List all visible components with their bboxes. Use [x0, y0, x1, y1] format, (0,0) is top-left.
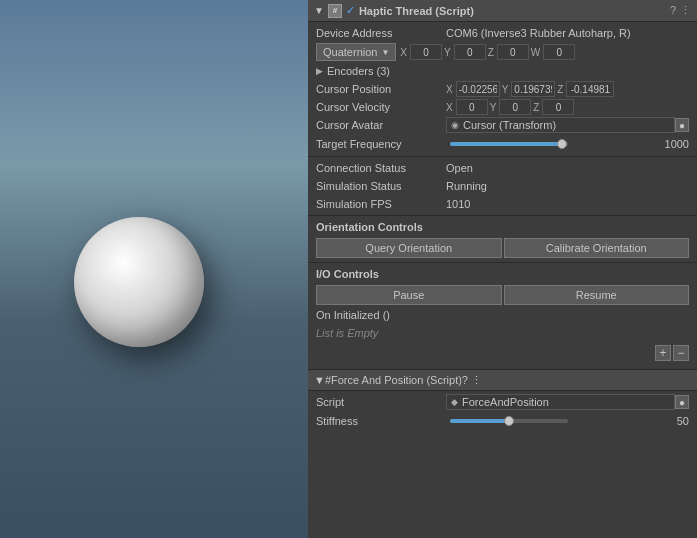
- stiffness-fill: [450, 419, 509, 423]
- calibrate-orientation-button[interactable]: Calibrate Orientation: [504, 238, 690, 258]
- quaternion-w-input[interactable]: [543, 44, 575, 60]
- cursor-vel-y-input[interactable]: [499, 99, 531, 115]
- target-frequency-fill: [450, 142, 562, 146]
- cursor-pos-z-label: Z: [557, 84, 563, 95]
- script-field-label: Script: [316, 396, 446, 408]
- haptic-inspector-body: Device Address COM6 (Inverse3 Rubber Aut…: [308, 22, 697, 365]
- haptic-script-title: Haptic Thread (Script): [359, 5, 670, 17]
- quaternion-x-input[interactable]: [410, 44, 442, 60]
- simulation-status-label: Simulation Status: [316, 180, 446, 192]
- quaternion-row: Quaternion ▼ X Y Z W: [308, 42, 697, 62]
- cursor-velocity-label: Cursor Velocity: [316, 101, 446, 113]
- stiffness-thumb[interactable]: [504, 416, 514, 426]
- kebab-icon-haptic[interactable]: ⋮: [680, 4, 691, 17]
- collapse-arrow-force[interactable]: ▼: [314, 374, 325, 386]
- cursor-vel-z-input[interactable]: [542, 99, 574, 115]
- simulation-status-row: Simulation Status Running: [308, 177, 697, 195]
- plus-minus-row: + −: [308, 343, 697, 363]
- cursor-vel-x-label: X: [446, 102, 453, 113]
- io-controls-header: I/O Controls: [308, 265, 697, 283]
- remove-item-button[interactable]: −: [673, 345, 689, 361]
- cursor-pos-x-label: X: [446, 84, 453, 95]
- device-address-row: Device Address COM6 (Inverse3 Rubber Aut…: [308, 24, 697, 42]
- sphere-object: [74, 217, 204, 347]
- 3d-viewport: [0, 0, 308, 538]
- w-label: W: [531, 47, 540, 58]
- cursor-avatar-row: Cursor Avatar ◉ Cursor (Transform) ●: [308, 116, 697, 134]
- encoders-row[interactable]: ▶ Encoders (3): [308, 62, 697, 80]
- cursor-vel-x-input[interactable]: [456, 99, 488, 115]
- io-button-row: Pause Resume: [308, 283, 697, 307]
- encoders-arrow-icon: ▶: [316, 66, 323, 76]
- cursor-pos-x-input[interactable]: [456, 81, 500, 97]
- quaternion-dropdown[interactable]: Quaternion ▼: [316, 43, 396, 61]
- encoders-label: Encoders (3): [327, 65, 457, 77]
- script-picker-btn[interactable]: ●: [675, 395, 689, 409]
- query-orientation-button[interactable]: Query Orientation: [316, 238, 502, 258]
- orientation-controls-header: Orientation Controls: [308, 218, 697, 236]
- force-script-title: Force And Position (Script): [331, 374, 462, 386]
- pause-button[interactable]: Pause: [316, 285, 502, 305]
- force-header-icons: ? ⋮: [462, 374, 482, 387]
- quaternion-z-input[interactable]: [497, 44, 529, 60]
- inspector-panel: ▼ # ✓ Haptic Thread (Script) ? ⋮ Device …: [308, 0, 697, 538]
- connection-status-value: Open: [446, 162, 689, 174]
- target-frequency-label: Target Frequency: [316, 138, 446, 150]
- target-frequency-thumb[interactable]: [557, 139, 567, 149]
- cursor-avatar-ref: ◉ Cursor (Transform): [446, 117, 675, 133]
- cursor-pos-y-input[interactable]: [511, 81, 555, 97]
- resume-button[interactable]: Resume: [504, 285, 690, 305]
- cursor-position-row: Cursor Position X Y Z: [308, 80, 697, 98]
- help-icon-force[interactable]: ?: [462, 374, 468, 386]
- cursor-avatar-value: Cursor (Transform): [463, 119, 556, 131]
- simulation-fps-row: Simulation FPS 1010: [308, 195, 697, 213]
- cursor-position-label: Cursor Position: [316, 83, 446, 95]
- target-frequency-slider[interactable]: [450, 142, 568, 146]
- target-frequency-row: Target Frequency 1000: [308, 134, 697, 154]
- y-label: Y: [444, 47, 451, 58]
- stiffness-row: Stiffness 50: [308, 411, 697, 431]
- cursor-velocity-row: Cursor Velocity X Y Z: [308, 98, 697, 116]
- script-field-ref: ◆ ForceAndPosition: [446, 394, 675, 410]
- simulation-status-value: Running: [446, 180, 689, 192]
- stiffness-label: Stiffness: [316, 415, 446, 427]
- cursor-avatar-picker-btn[interactable]: ●: [675, 118, 689, 132]
- orientation-button-row: Query Orientation Calibrate Orientation: [308, 236, 697, 260]
- chevron-down-icon: ▼: [381, 48, 389, 57]
- cursor-vel-y-label: Y: [490, 102, 497, 113]
- quaternion-y-input[interactable]: [454, 44, 486, 60]
- cursor-velocity-fields: X Y Z: [446, 99, 574, 115]
- force-inspector-body: Script ◆ ForceAndPosition ● Stiffness 50: [308, 391, 697, 433]
- on-initialized-label: On Initialized (): [308, 307, 697, 323]
- cursor-avatar-label: Cursor Avatar: [316, 119, 446, 131]
- divider-3: [308, 262, 697, 263]
- quaternion-label: Quaternion: [323, 46, 377, 58]
- kebab-icon-force[interactable]: ⋮: [471, 374, 482, 386]
- stiffness-value: 50: [572, 415, 690, 427]
- haptic-script-header: ▼ # ✓ Haptic Thread (Script) ? ⋮: [308, 0, 697, 22]
- script-field-value: ForceAndPosition: [462, 396, 549, 408]
- help-icon-haptic[interactable]: ?: [670, 4, 676, 17]
- collapse-arrow-haptic[interactable]: ▼: [314, 5, 324, 16]
- cursor-vel-z-label: Z: [533, 102, 539, 113]
- divider-2: [308, 215, 697, 216]
- x-label: X: [400, 47, 407, 58]
- script-icon-haptic: #: [328, 4, 342, 18]
- target-frequency-value: 1000: [572, 138, 690, 150]
- script-field-row: Script ◆ ForceAndPosition ●: [308, 393, 697, 411]
- force-script-header: ▼ # Force And Position (Script) ? ⋮: [308, 369, 697, 391]
- add-item-button[interactable]: +: [655, 345, 671, 361]
- transform-icon: ◉: [451, 120, 459, 130]
- enable-toggle-haptic[interactable]: ✓: [346, 4, 355, 17]
- z-label: Z: [488, 47, 494, 58]
- quaternion-fields: X Y Z W: [400, 44, 575, 60]
- connection-status-label: Connection Status: [316, 162, 446, 174]
- haptic-header-icons: ? ⋮: [670, 4, 691, 17]
- cursor-pos-z-input[interactable]: [566, 81, 614, 97]
- divider-1: [308, 156, 697, 157]
- cursor-position-fields: X Y Z: [446, 81, 614, 97]
- simulation-fps-value: 1010: [446, 198, 689, 210]
- script-obj-icon: ◆: [451, 397, 458, 407]
- stiffness-slider[interactable]: [450, 419, 568, 423]
- device-address-label: Device Address: [316, 27, 446, 39]
